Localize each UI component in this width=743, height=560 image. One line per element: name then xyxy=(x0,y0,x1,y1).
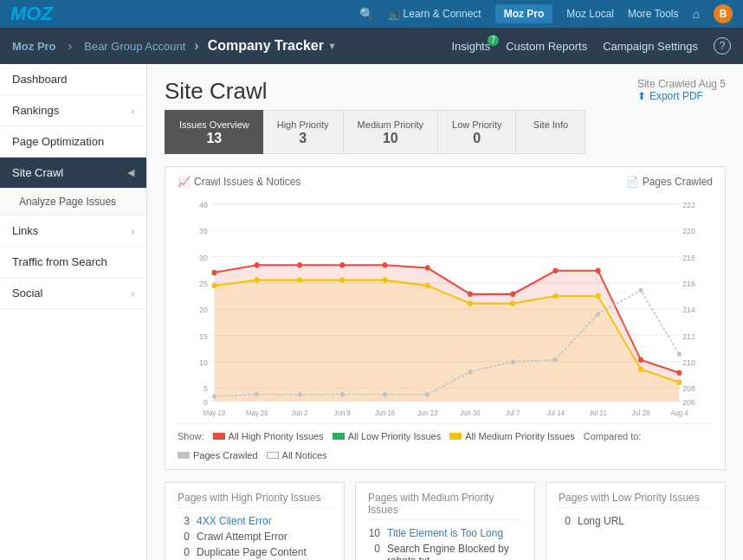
svg-text:Jul 28: Jul 28 xyxy=(632,409,650,417)
sidebar-label-page-optimization: Page Optimization xyxy=(12,135,104,148)
svg-point-56 xyxy=(297,277,302,283)
svg-text:10: 10 xyxy=(199,358,208,368)
campaign-settings-nav-item[interactable]: Campaign Settings xyxy=(603,40,698,53)
sidebar-label-traffic: Traffic from Search xyxy=(12,255,107,268)
page-title: Site Crawl xyxy=(165,78,267,105)
main-layout: Dashboard Rankings › Page Optimization S… xyxy=(0,64,743,560)
svg-text:25: 25 xyxy=(199,280,208,289)
sidebar-item-site-crawl[interactable]: Site Crawl ◀ xyxy=(0,158,146,189)
link-title-long[interactable]: Title Element is Too Long xyxy=(387,527,503,539)
chart-line-icon: 📈 xyxy=(178,176,191,188)
legend-box-notices xyxy=(267,452,279,459)
legend-low[interactable]: All Low Priority Issues xyxy=(333,431,442,441)
sidebar-item-rankings[interactable]: Rankings › xyxy=(0,95,146,126)
tab-count-issues-overview: 13 xyxy=(179,131,249,146)
svg-point-57 xyxy=(339,277,345,283)
link-4xx[interactable]: 4XX Client Error xyxy=(197,515,272,527)
legend-label-high: All High Priority Issues xyxy=(229,431,324,441)
tab-label-medium: Medium Priority xyxy=(358,119,423,130)
svg-point-43 xyxy=(255,262,260,268)
social-arrow-icon: › xyxy=(131,288,134,299)
user-avatar[interactable]: B xyxy=(714,4,733,23)
custom-reports-nav-item[interactable]: Custom Reports xyxy=(506,40,587,53)
card-high-priority: Pages with High Priority Issues 3 4XX Cl… xyxy=(165,482,345,560)
card-row-long-url: 0 Long URL xyxy=(559,515,713,527)
svg-text:Jun 2: Jun 2 xyxy=(292,409,308,417)
svg-point-58 xyxy=(383,277,388,283)
svg-text:35: 35 xyxy=(199,227,208,236)
text-duplicate-content: Duplicate Page Content xyxy=(197,546,307,558)
pages-crawled-icon: 📄 xyxy=(626,176,639,188)
svg-point-72 xyxy=(468,370,473,374)
svg-point-49 xyxy=(510,292,515,298)
account-label: Bear Group Account xyxy=(84,40,185,53)
svg-point-60 xyxy=(468,300,473,306)
tab-count-medium: 10 xyxy=(358,131,423,146)
chart-legend: Show: All High Priority Issues All Low P… xyxy=(178,423,713,460)
legend-pages-crawled[interactable]: Pages Crawled xyxy=(178,450,258,460)
legend-box-pages-crawled xyxy=(178,452,190,459)
text-long-url: Long URL xyxy=(578,515,624,527)
legend-notices[interactable]: All Notices xyxy=(267,450,327,460)
help-icon[interactable]: ? xyxy=(714,37,731,55)
export-label: Export PDF xyxy=(649,90,703,102)
secondary-nav: Moz Pro › Bear Group Account › Company T… xyxy=(0,28,743,64)
svg-text:5: 5 xyxy=(204,384,208,394)
tab-low-priority[interactable]: Low Priority 0 xyxy=(438,110,516,154)
campaign-selector[interactable]: Bear Group Account › Company Tracker ▼ xyxy=(84,38,337,54)
campaign-dropdown-icon: ▼ xyxy=(327,41,337,51)
card-row-crawl-error: 0 Crawl Attempt Error xyxy=(178,531,332,543)
svg-point-77 xyxy=(677,351,682,356)
tab-high-priority[interactable]: High Priority 3 xyxy=(263,110,344,154)
svg-point-73 xyxy=(511,359,515,364)
svg-text:20: 20 xyxy=(199,306,208,315)
tab-count-high: 3 xyxy=(277,131,329,146)
svg-text:15: 15 xyxy=(199,331,208,341)
svg-text:Jun 30: Jun 30 xyxy=(460,409,481,417)
learn-connect-link[interactable]: 📺 Learn & Connect xyxy=(388,8,481,20)
moz-pro-tab[interactable]: Moz Pro xyxy=(495,4,553,23)
svg-point-47 xyxy=(425,265,430,271)
svg-text:Aug 4: Aug 4 xyxy=(670,409,688,417)
svg-text:220: 220 xyxy=(682,227,695,236)
svg-point-61 xyxy=(510,300,515,306)
card-row-title-long: 10 Title Element is Too Long xyxy=(368,527,522,539)
pages-crawled-text: Pages Crawled xyxy=(643,176,713,188)
more-tools-tab[interactable]: More Tools xyxy=(628,8,678,20)
insights-badge: 7 xyxy=(488,35,500,46)
svg-text:208: 208 xyxy=(682,384,695,394)
sidebar-item-page-optimization[interactable]: Page Optimization xyxy=(0,126,146,158)
svg-text:212: 212 xyxy=(682,331,695,341)
sidebar-item-links[interactable]: Links › xyxy=(0,216,146,247)
tab-count-low: 0 xyxy=(452,131,501,146)
tab-medium-priority[interactable]: Medium Priority 10 xyxy=(344,110,438,154)
search-icon[interactable]: 🔍 xyxy=(359,7,374,21)
tab-site-info[interactable]: Site Info xyxy=(516,110,585,154)
svg-point-67 xyxy=(255,392,259,396)
tab-issues-overview[interactable]: Issues Overview 13 xyxy=(165,110,263,154)
main-content: Site Crawl Site Crawled Aug 5 ⬆ Export P… xyxy=(147,64,743,560)
moz-local-tab[interactable]: Moz Local xyxy=(566,8,614,20)
card-title-high: Pages with High Priority Issues xyxy=(178,492,332,508)
svg-text:May 26: May 26 xyxy=(246,409,268,417)
site-crawl-arrow-icon: ◀ xyxy=(127,167,134,178)
tab-label-high: High Priority xyxy=(277,119,329,130)
svg-point-70 xyxy=(383,392,387,396)
count-title-long: 10 xyxy=(368,527,380,539)
count-duplicate-content: 0 xyxy=(178,546,190,558)
legend-high[interactable]: All High Priority Issues xyxy=(213,431,324,441)
svg-point-51 xyxy=(596,268,601,274)
home-icon[interactable]: ⌂ xyxy=(693,7,700,21)
sidebar-subitem-analyze[interactable]: Analyze Page Issues xyxy=(0,189,146,216)
sidebar-item-traffic[interactable]: Traffic from Search xyxy=(0,247,146,278)
page-header: Site Crawl Site Crawled Aug 5 ⬆ Export P… xyxy=(165,78,726,105)
legend-medium[interactable]: All Medium Priority Issues xyxy=(449,431,575,441)
sidebar-item-dashboard[interactable]: Dashboard xyxy=(0,64,146,95)
sidebar-label-dashboard: Dashboard xyxy=(12,73,68,86)
export-pdf-button[interactable]: ⬆ Export PDF xyxy=(637,90,726,102)
insights-nav-item[interactable]: Insights 7 xyxy=(451,40,490,53)
svg-point-64 xyxy=(638,366,643,372)
svg-text:216: 216 xyxy=(682,280,695,289)
svg-text:Jun 16: Jun 16 xyxy=(375,409,396,417)
sidebar-item-social[interactable]: Social › xyxy=(0,278,146,309)
